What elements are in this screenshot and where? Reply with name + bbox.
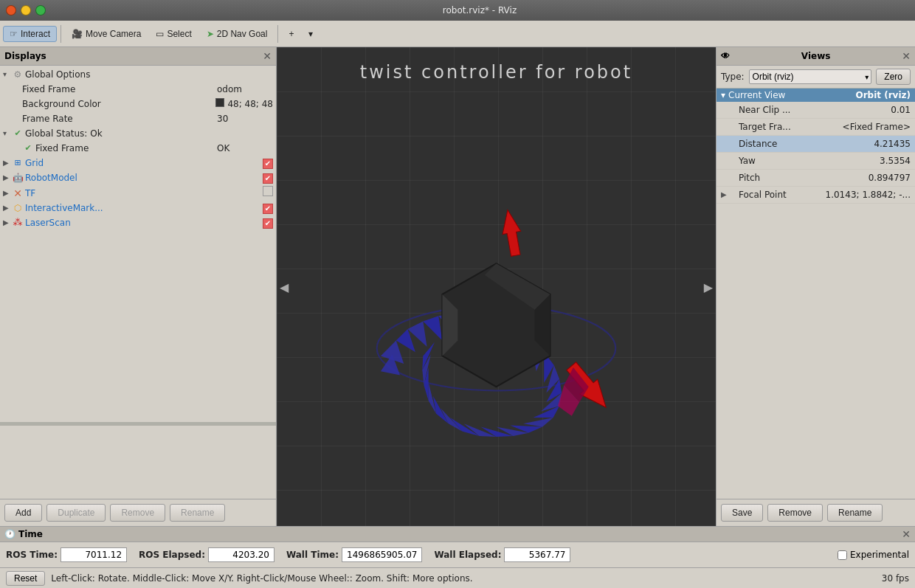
tree-item-global-options[interactable]: ▾ ⚙ Global Options — [0, 67, 276, 82]
grid-icon: ⊞ — [12, 157, 24, 169]
move-camera-button[interactable]: 🎥 Move Camera — [65, 26, 148, 42]
gear-icon: ⚙ — [12, 69, 24, 80]
wall-time-group: Wall Time: 1496865905.07 — [286, 547, 423, 562]
target-frame-label: Target Fra... — [730, 120, 843, 134]
yaw-label: Yaw — [730, 154, 880, 167]
robot-icon: 🤖 — [12, 172, 24, 184]
experimental-checkbox[interactable] — [838, 550, 847, 560]
svg-marker-25 — [429, 382, 436, 414]
views-zero-button[interactable]: Zero — [876, 69, 911, 85]
views-title: Views — [801, 51, 831, 61]
nav-goal-button[interactable]: ➤ 2D Nav Goal — [200, 26, 274, 42]
ros-elapsed-value: 4203.20 — [208, 547, 274, 562]
grid-checkbox[interactable]: ✔ — [263, 159, 273, 169]
laser-icon: ⁂ — [12, 217, 24, 229]
interact-button[interactable]: ☞ Interact — [3, 26, 57, 42]
timebar-content: ROS Time: 7011.12 ROS Elapsed: 4203.20 W… — [0, 542, 915, 567]
ros-elapsed-label: ROS Elapsed: — [139, 550, 205, 560]
pitch-value: 0.894797 — [869, 171, 911, 184]
tree-item-grid[interactable]: ▶ ⊞ Grid ✔ — [0, 156, 276, 170]
focal-point-label: Focal Point — [730, 188, 826, 201]
remove-view-button[interactable]: Remove — [767, 504, 823, 522]
near-clip-value: 0.01 — [891, 103, 911, 117]
svg-marker-28 — [422, 342, 435, 370]
color-swatch — [215, 98, 224, 107]
wall-time-value: 1496865905.07 — [342, 547, 422, 562]
tree-item-background-color[interactable]: Background Color 48; 48; 48 — [0, 97, 276, 111]
fps-display: 30 fps — [882, 573, 909, 584]
robot-model-checkbox[interactable]: ✔ — [263, 173, 273, 184]
views-row-near-clip[interactable]: Near Clip ... 0.01 — [717, 102, 915, 119]
views-type-select[interactable]: Orbit (rviz) FPS (rviz) TopDownOrtho (rv… — [749, 69, 872, 84]
tf-checkbox[interactable] — [263, 186, 273, 196]
views-row-focal-point[interactable]: ▶ Focal Point 1.0143; 1.8842; -... — [717, 187, 915, 204]
expand-icon-4: ▶ — [3, 171, 12, 184]
expand-icon-3: ▶ — [3, 156, 12, 170]
tree-item-global-status[interactable]: ▾ ✔ Global Status: Ok — [0, 126, 276, 141]
distance-value: 4.21435 — [874, 137, 911, 151]
nav-goal-icon: ➤ — [207, 29, 214, 39]
displays-bottom-panel — [0, 425, 276, 499]
rename-view-button[interactable]: Rename — [827, 504, 883, 522]
displays-tree[interactable]: ▾ ⚙ Global Options Fixed Frame odom Back… — [0, 66, 276, 422]
tree-item-fixed-frame-status[interactable]: ✔ Fixed Frame OK — [0, 141, 276, 156]
reset-button[interactable]: Reset — [6, 571, 45, 586]
window-title: robot.rviz* - RViz — [50, 5, 909, 15]
wall-elapsed-label: Wall Elapsed: — [434, 550, 501, 560]
clock-icon: 🕐 — [4, 529, 15, 539]
interactive-marker-label: InteractiveMark... — [25, 201, 263, 215]
fixed-frame-status-value: OK — [217, 142, 276, 155]
laser-scan-checkbox[interactable]: ✔ — [263, 218, 273, 229]
views-row-distance[interactable]: Distance 4.21435 — [717, 136, 915, 153]
views-current-view-label: Current View — [728, 90, 785, 100]
views-row-target-frame[interactable]: Target Fra... <Fixed Frame> — [717, 119, 915, 136]
select-button[interactable]: ▭ Select — [149, 26, 198, 42]
close-button[interactable] — [6, 5, 16, 15]
duplicate-display-button[interactable]: Duplicate — [46, 504, 106, 522]
remove-display-button[interactable]: Remove — [110, 504, 165, 522]
views-row-pitch[interactable]: Pitch 0.894797 — [717, 170, 915, 187]
views-type-row: Type: Orbit (rviz) FPS (rviz) TopDownOrt… — [717, 66, 915, 89]
interactive-marker-checkbox[interactable]: ✔ — [263, 204, 273, 214]
rename-display-button[interactable]: Rename — [170, 504, 225, 522]
focal-point-value: 1.0143; 1.8842; -... — [826, 188, 911, 201]
views-close-button[interactable]: ✕ — [902, 50, 911, 62]
select-icon: ▭ — [156, 29, 164, 39]
viewport-nav-right[interactable]: ▶ — [701, 277, 716, 297]
tree-item-laser-scan[interactable]: ▶ ⁂ LaserScan ✔ — [0, 215, 276, 230]
tree-item-fixed-frame[interactable]: Fixed Frame odom — [0, 82, 276, 97]
displays-close-button[interactable]: ✕ — [263, 50, 272, 62]
save-view-button[interactable]: Save — [721, 504, 763, 522]
maximize-button[interactable] — [35, 5, 46, 15]
displays-header: Displays ✕ — [0, 47, 276, 66]
toolbar-separator-2 — [277, 25, 278, 43]
tree-item-tf[interactable]: ▶ ✕ TF — [0, 185, 276, 201]
time-bar: 🕐 Time ✕ ROS Time: 7011.12 ROS Elapsed: … — [0, 526, 915, 567]
more-icon: ▾ — [308, 29, 313, 39]
minimize-button[interactable] — [21, 5, 31, 15]
add-display-button[interactable]: Add — [4, 504, 42, 522]
background-color-value: 48; 48; 48 — [215, 97, 276, 111]
ok-icon: ✔ — [12, 128, 24, 139]
views-current-view-type: Orbit (rviz) — [855, 90, 911, 100]
svg-marker-24 — [433, 396, 449, 424]
global-status-label: Global Status: Ok — [25, 127, 276, 140]
tree-item-robot-model[interactable]: ▶ 🤖 RobotModel ✔ — [0, 170, 276, 185]
add-toolbar-button[interactable]: + — [282, 26, 300, 42]
ros-time-value: 7011.12 — [61, 547, 127, 562]
views-tree: ▾ Current View Orbit (rviz) Near Clip ..… — [717, 89, 915, 499]
timebar-close-button[interactable]: ✕ — [902, 528, 911, 540]
expand-icon: ▾ — [3, 68, 12, 81]
tree-item-frame-rate[interactable]: Frame Rate 30 — [0, 111, 276, 126]
more-button[interactable]: ▾ — [302, 26, 320, 42]
expand-icon-7: ▶ — [3, 216, 12, 229]
views-icon: 👁 — [721, 51, 730, 61]
3d-viewport[interactable]: twist controller for robot — [277, 47, 716, 526]
views-row-yaw[interactable]: Yaw 3.5354 — [717, 153, 915, 170]
tree-item-interactive-marker[interactable]: ▶ ⬡ InteractiveMark... ✔ — [0, 201, 276, 215]
viewport-nav-left[interactable]: ◀ — [277, 277, 291, 297]
move-camera-label: Move Camera — [86, 29, 141, 39]
frame-rate-label: Frame Rate — [22, 112, 217, 125]
tf-label: TF — [25, 187, 263, 200]
views-current-view-header[interactable]: ▾ Current View Orbit (rviz) — [717, 89, 915, 102]
